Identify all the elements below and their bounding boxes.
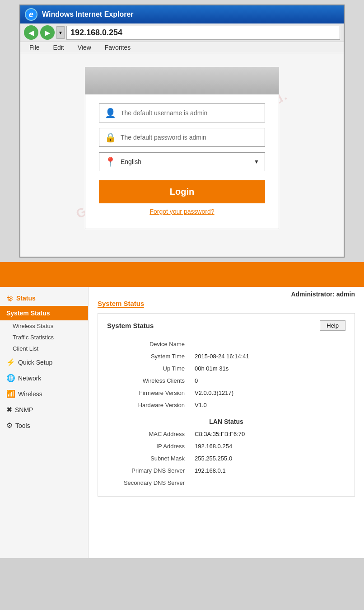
main-content: Administrator: admin System Status Syste… xyxy=(89,287,364,558)
device-name-label: Device Name xyxy=(108,338,189,350)
quick-setup-icon: ⚡ xyxy=(6,358,15,366)
table-row: MAC Address C8:3A:35:FB:F6:70 xyxy=(108,428,345,440)
device-name-value xyxy=(190,338,345,350)
sidebar-item-wireless[interactable]: 📶 Wireless xyxy=(0,386,88,402)
table-row: Subnet Mask 255.255.255.0 xyxy=(108,453,345,464)
wireless-clients-value: 0 xyxy=(190,375,345,386)
firmware-value: V2.0.0.3(1217) xyxy=(190,387,345,399)
help-button[interactable]: Help xyxy=(320,320,345,331)
firmware-label: Firmware Version xyxy=(108,387,189,399)
table-row: Device Name xyxy=(108,338,345,350)
sidebar-item-quick-setup[interactable]: ⚡ Quick Setup xyxy=(0,354,88,370)
ie-logo-icon: e xyxy=(25,8,37,21)
breadcrumb[interactable]: System Status xyxy=(98,300,144,308)
sidebar-system-status-label: System Status xyxy=(6,310,50,317)
admin-topbar xyxy=(0,262,364,287)
system-status-title: System Status xyxy=(107,322,154,329)
subnet-value: 255.255.255.0 xyxy=(190,453,345,464)
table-row: Firmware Version V2.0.0.3(1217) xyxy=(108,387,345,399)
menu-view[interactable]: View xyxy=(78,44,91,51)
nav-dropdown[interactable]: ▼ xyxy=(56,26,65,39)
sidebar-item-wireless-status[interactable]: Wireless Status xyxy=(0,320,88,332)
address-bar[interactable]: 192.168.0.254 xyxy=(66,26,340,40)
chevron-down-icon: ▼ xyxy=(254,159,259,165)
wireless-icon: 📶 xyxy=(6,389,15,398)
table-row: System Time 2015-08-24 16:14:41 xyxy=(108,351,345,362)
browser-titlebar: e Windows Internet Explorer xyxy=(20,5,344,23)
uptime-value: 00h 01m 31s xyxy=(190,363,345,374)
admin-body: ꭧ Status System Status Wireless Status T… xyxy=(0,287,364,558)
status-icon: ꭧ xyxy=(6,294,14,302)
menu-file[interactable]: File xyxy=(29,44,40,51)
sidebar-item-snmp[interactable]: ✖ SNMP xyxy=(0,402,88,418)
language-select[interactable]: 📍 English ▼ xyxy=(99,152,265,171)
password-field[interactable]: 🔒 The default password is admin xyxy=(99,128,265,147)
table-row: Hardware Version V1.0 xyxy=(108,399,345,411)
sidebar-item-client-list[interactable]: Client List xyxy=(0,343,88,354)
secondary-dns-label: Secondary DNS Server xyxy=(108,477,189,488)
browser-title: Windows Internet Explorer xyxy=(42,10,134,19)
ip-label: IP Address xyxy=(108,441,189,452)
secondary-dns-value xyxy=(190,477,345,488)
user-icon: 👤 xyxy=(105,108,116,118)
mac-value: C8:3A:35:FB:F6:70 xyxy=(190,428,345,440)
ip-value: 192.168.0.254 xyxy=(190,441,345,452)
sidebar-status-label: Status xyxy=(16,295,36,302)
sidebar-section-status: ꭧ Status System Status Wireless Status T… xyxy=(0,291,88,354)
admin-bar: Administrator: admin xyxy=(98,287,355,300)
login-box: 👤 The default username is admin 🔒 The de… xyxy=(85,67,279,229)
lan-status-title: LAN Status xyxy=(108,412,345,427)
username-placeholder: The default username is admin xyxy=(121,109,207,117)
snmp-icon: ✖ xyxy=(6,405,12,414)
login-button[interactable]: Login xyxy=(99,180,265,203)
network-icon: 🌐 xyxy=(6,374,15,382)
status-header: System Status Help xyxy=(107,320,345,331)
forgot-password-link[interactable]: Forgot your password? xyxy=(85,208,279,215)
mac-label: MAC Address xyxy=(108,428,189,440)
table-row: Wireless Clients 0 xyxy=(108,375,345,386)
table-row: Primary DNS Server 192.168.0.1 xyxy=(108,465,345,476)
table-row: Up Time 00h 01m 31s xyxy=(108,363,345,374)
menu-edit[interactable]: Edit xyxy=(53,44,64,51)
login-header-bar xyxy=(85,67,279,94)
primary-dns-label: Primary DNS Server xyxy=(108,465,189,476)
uptime-label: Up Time xyxy=(108,363,189,374)
tools-icon: ⚙ xyxy=(6,421,13,430)
globe-icon: 📍 xyxy=(105,156,116,167)
back-button[interactable]: ◀ xyxy=(24,25,38,40)
sidebar-item-network[interactable]: 🌐 Network xyxy=(0,370,88,386)
status-table: Device Name System Time 2015-08-24 16:14… xyxy=(107,338,345,489)
admin-label: Administrator: admin xyxy=(291,291,355,298)
sidebar-item-traffic-statistics[interactable]: Traffic Statistics xyxy=(0,332,88,343)
wireless-clients-label: Wireless Clients xyxy=(108,375,189,386)
primary-dns-value: 192.168.0.1 xyxy=(190,465,345,476)
sidebar-item-tools[interactable]: ⚙ Tools xyxy=(0,418,88,433)
forward-button[interactable]: ▶ xyxy=(40,25,55,40)
language-value: English xyxy=(121,158,249,165)
browser-navbar: ◀ ▶ ▼ 192.168.0.254 xyxy=(20,23,344,42)
subnet-label: Subnet Mask xyxy=(108,453,189,464)
password-placeholder: The default password is admin xyxy=(121,134,206,141)
sidebar-item-status[interactable]: ꭧ Status xyxy=(0,291,88,306)
menu-favorites[interactable]: Favorites xyxy=(105,44,131,51)
browser-menubar: File Edit View Favorites xyxy=(20,42,344,53)
browser-content: GuangZhou SunnyTrading Co., Ltd. 👤 The d… xyxy=(20,53,344,257)
hardware-label: Hardware Version xyxy=(108,399,189,411)
system-time-value: 2015-08-24 16:14:41 xyxy=(190,351,345,362)
browser-window: e Windows Internet Explorer ◀ ▶ ▼ 192.16… xyxy=(19,5,345,258)
sidebar: ꭧ Status System Status Wireless Status T… xyxy=(0,287,89,558)
lock-icon: 🔒 xyxy=(105,132,116,143)
username-field[interactable]: 👤 The default username is admin xyxy=(99,103,265,122)
table-row: Secondary DNS Server xyxy=(108,477,345,488)
sidebar-item-system-status[interactable]: System Status xyxy=(0,306,88,320)
system-time-label: System Time xyxy=(108,351,189,362)
system-status-box: System Status Help Device Name System Ti… xyxy=(98,313,355,497)
lan-status-header-row: LAN Status xyxy=(108,412,345,427)
hardware-value: V1.0 xyxy=(190,399,345,411)
admin-panel: ꭧ Status System Status Wireless Status T… xyxy=(0,262,364,558)
table-row: IP Address 192.168.0.254 xyxy=(108,441,345,452)
